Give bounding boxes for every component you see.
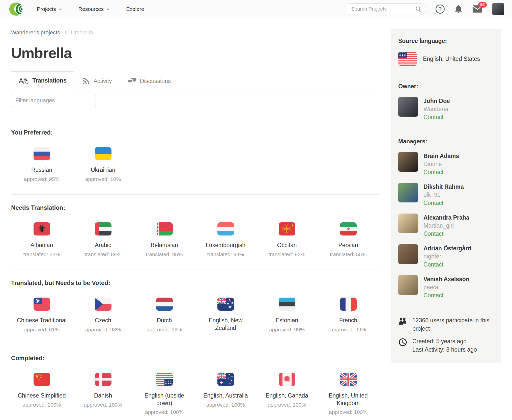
- language-nz[interactable]: English, New Zealand: [195, 298, 256, 333]
- language-stat: approved: 100%: [145, 409, 184, 415]
- manager-avatar[interactable]: [398, 183, 418, 202]
- search-input[interactable]: [351, 6, 415, 12]
- language-ca[interactable]: English, Canadaapproved: 100%: [256, 373, 318, 415]
- nav-item-resources[interactable]: Resources: [78, 6, 109, 12]
- lu-flag-icon: [217, 222, 234, 235]
- language-stat: approved: 98%: [147, 327, 182, 333]
- language-stat: approved: 99%: [269, 327, 305, 333]
- manager-avatar[interactable]: [398, 244, 418, 264]
- language-nl[interactable]: Dutchapproved: 98%: [134, 298, 195, 333]
- language-dk[interactable]: Danishapproved: 100%: [72, 373, 134, 415]
- gb-flag-icon: [340, 373, 357, 386]
- language-cn[interactable]: Chinese Simplifiedapproved: 100%: [11, 373, 72, 415]
- language-us_flip[interactable]: English (upside down)approved: 100%: [134, 373, 195, 415]
- language-section: You Preferred:Russianapproved: 95%Ukrain…: [11, 119, 379, 182]
- nav-menu: ProjectsResourcesExplore: [37, 6, 144, 12]
- language-stat: translated: 95%: [146, 251, 183, 257]
- us_flip-flag-icon: [156, 373, 173, 386]
- manager-name[interactable]: Adrian Östergård: [423, 245, 471, 252]
- language-ir[interactable]: Persiantranslated: 55%: [318, 222, 379, 257]
- language-stat: translated: 99%: [207, 251, 244, 257]
- us-flag-icon: [398, 52, 417, 66]
- ru-flag-icon: [34, 147, 50, 160]
- language-fr[interactable]: Frenchapproved: 99%: [318, 298, 379, 333]
- cn-flag-icon: [34, 373, 50, 386]
- language-lu[interactable]: Luxembourgishtranslated: 99%: [195, 222, 256, 257]
- language-ru[interactable]: Russianapproved: 95%: [11, 147, 72, 182]
- language-section: Needs Translation:Albaniantranslated: 22…: [11, 194, 379, 257]
- owner-contact-link[interactable]: Contact: [423, 114, 443, 121]
- nav-item-projects[interactable]: Projects: [37, 6, 62, 12]
- manager-contact-link[interactable]: Contact: [423, 169, 443, 176]
- language-name: Occitan: [277, 242, 297, 249]
- participants-row: 12366 users participate in this project: [398, 316, 494, 333]
- language-cz[interactable]: Czechapproved: 98%: [72, 298, 134, 333]
- breadcrumb-parent-link[interactable]: Wanderer's projects: [11, 29, 60, 36]
- owner-avatar[interactable]: [398, 97, 418, 117]
- user-avatar[interactable]: [492, 3, 504, 15]
- language-ua[interactable]: Ukrainianapproved: 10%: [72, 147, 134, 182]
- breadcrumb-current: Umbrella: [71, 29, 93, 36]
- language-au[interactable]: English, Australiaapproved: 100%: [195, 373, 256, 415]
- language-stat: approved: 100%: [206, 402, 245, 408]
- tab-discussions[interactable]: Discussions: [120, 72, 179, 90]
- manager-contact-link[interactable]: Contact: [423, 230, 443, 237]
- manager-row: Dikshit Rahmadik_90Contact: [398, 183, 494, 206]
- section-heading: You Preferred:: [11, 129, 379, 136]
- manager-avatar[interactable]: [398, 214, 418, 233]
- managers-list: Brain AdamsDinoneContactDikshit Rahmadik…: [398, 152, 494, 299]
- language-name: Czech: [95, 317, 111, 324]
- tab-translations[interactable]: AあTranslations: [11, 71, 74, 90]
- language-ee[interactable]: Estonianapproved: 99%: [256, 298, 318, 333]
- language-gb[interactable]: English, United Kingdomapproved: 100%: [318, 373, 379, 415]
- chevron-down-icon: [106, 9, 109, 10]
- source-language-heading: Source language:: [398, 38, 494, 44]
- owner-name[interactable]: John Doe: [423, 98, 450, 104]
- language-al[interactable]: Albaniantranslated: 22%: [11, 222, 72, 257]
- clock-icon: [398, 337, 407, 354]
- manager-contact-link[interactable]: Contact: [423, 200, 443, 206]
- language-stat: translated: 22%: [23, 251, 60, 257]
- manager-name[interactable]: Vanish Axelsson: [423, 276, 469, 283]
- messages-mail-icon[interactable]: 52: [472, 5, 483, 13]
- language-name: Russian: [31, 166, 52, 174]
- source-language-name: English, United States: [423, 56, 480, 62]
- tab-activity[interactable]: Activity: [74, 72, 120, 90]
- owner-heading: Owner:: [398, 83, 494, 90]
- language-by[interactable]: Belarusiantranslated: 95%: [134, 222, 195, 257]
- manager-row: Adrian ÖstergårdnighterContact: [398, 244, 494, 268]
- source-language-section: Source language: English, United States: [398, 30, 494, 75]
- manager-name[interactable]: Alexandra Praha: [423, 214, 469, 221]
- ca-flag-icon: [279, 373, 295, 386]
- language-name: Persian: [338, 242, 358, 249]
- managers-heading: Managers:: [398, 138, 494, 145]
- nav-item-label: Explore: [126, 6, 144, 12]
- language-stat: approved: 98%: [85, 327, 121, 333]
- nav-item-explore[interactable]: Explore: [126, 6, 144, 12]
- dk-flag-icon: [95, 373, 111, 386]
- notifications-bell-icon[interactable]: [454, 5, 463, 14]
- app-logo-icon[interactable]: [8, 2, 26, 16]
- filter-languages-input[interactable]: [11, 94, 96, 107]
- fr-flag-icon: [340, 298, 357, 311]
- language-name: Luxembourgish: [206, 242, 245, 249]
- rss-icon: [82, 77, 90, 85]
- manager-avatar[interactable]: [398, 275, 418, 295]
- manager-name[interactable]: Brain Adams: [423, 153, 459, 160]
- language-ae[interactable]: Arabictranslated: 89%: [72, 222, 134, 257]
- language-stat: approved: 100%: [84, 402, 122, 408]
- manager-contact-link[interactable]: Contact: [423, 261, 443, 268]
- tab-label: Discussions: [140, 78, 171, 85]
- manager-name[interactable]: Dikshit Rahma: [423, 183, 464, 190]
- language-name: French: [339, 317, 357, 324]
- manager-avatar[interactable]: [398, 152, 418, 172]
- magnifier-icon[interactable]: [415, 6, 422, 12]
- language-stat: approved: 100%: [268, 402, 306, 408]
- tab-label: Activity: [94, 78, 112, 85]
- help-icon[interactable]: ?: [436, 5, 445, 14]
- language-tw[interactable]: Chinese Traditionalapproved: 61%: [11, 298, 72, 333]
- language-oc[interactable]: Occitantranslated: 92%: [256, 222, 318, 257]
- main-column: Wanderer's projects / Umbrella Umbrella …: [11, 29, 379, 415]
- section-heading: Needs Translation:: [11, 204, 379, 211]
- manager-contact-link[interactable]: Contact: [423, 292, 443, 299]
